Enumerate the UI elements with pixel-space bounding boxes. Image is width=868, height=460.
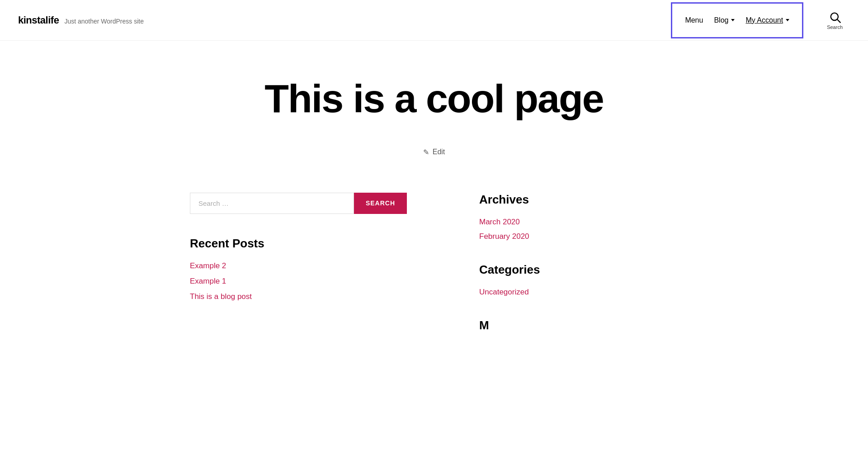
nav-menu[interactable]: Menu [685,16,703,24]
edit-label: Edit [433,148,445,156]
edit-link[interactable]: ✎ Edit [423,148,445,156]
post-link-example2[interactable]: Example 2 [190,261,407,270]
page-title: This is a cool page [264,77,603,121]
nav-blog[interactable]: Blog [714,16,735,24]
archive-march-2020[interactable]: March 2020 [479,218,624,227]
main-column: SEARCH Recent Posts Example 2 Example 1 … [190,193,407,343]
categories-title: Categories [479,263,624,277]
meta-widget: M [479,318,624,332]
search-widget: SEARCH [190,193,407,214]
edit-icon: ✎ [423,148,429,156]
recent-posts-title: Recent Posts [190,237,407,251]
site-header: kinstalife Just another WordPress site M… [0,0,868,41]
search-input[interactable] [190,193,354,214]
svg-line-1 [837,19,840,22]
meta-title: M [479,318,624,332]
sidebar-column: Archives March 2020 February 2020 Catego… [479,193,624,343]
site-title: kinstalife [18,14,59,26]
page-hero: This is a cool page [246,41,621,148]
archives-title: Archives [479,193,624,207]
search-icon [829,11,841,24]
nav-area: Menu Blog My Account Search [671,2,850,38]
archives-widget: Archives March 2020 February 2020 [479,193,624,241]
post-link-blog-post[interactable]: This is a blog post [190,292,407,301]
header-search-button[interactable]: Search [820,6,850,34]
site-branding: kinstalife Just another WordPress site [18,14,144,26]
header-search-label: Search [827,24,843,30]
recent-posts-widget: Recent Posts Example 2 Example 1 This is… [190,237,407,301]
nav-menu-highlighted: Menu Blog My Account [671,2,803,38]
archive-february-2020[interactable]: February 2020 [479,232,624,241]
categories-widget: Categories Uncategorized [479,263,624,297]
nav-myaccount[interactable]: My Account [745,16,789,24]
content-area: SEARCH Recent Posts Example 2 Example 1 … [163,184,705,370]
search-button[interactable]: SEARCH [354,193,407,214]
category-uncategorized[interactable]: Uncategorized [479,288,624,297]
post-link-example1[interactable]: Example 1 [190,277,407,286]
main-content: This is a cool page ✎ Edit SEARCH Recent… [0,41,868,370]
site-tagline: Just another WordPress site [64,18,144,25]
